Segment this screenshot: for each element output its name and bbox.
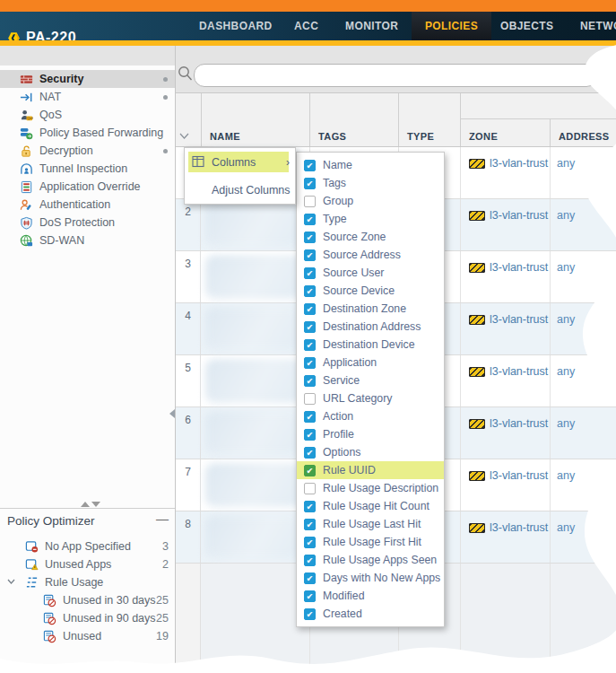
- column-header-type[interactable]: TYPE: [407, 131, 434, 142]
- chevron-down-icon[interactable]: [7, 579, 15, 584]
- column-toggle-item[interactable]: Action: [297, 407, 444, 425]
- checkbox-icon[interactable]: [304, 339, 316, 351]
- checkbox-icon[interactable]: [304, 321, 316, 333]
- column-toggle-item[interactable]: Rule UUID: [297, 461, 444, 479]
- column-toggle-item[interactable]: Created: [297, 605, 444, 623]
- zone-cell[interactable]: l3-vlan-trust: [469, 521, 548, 534]
- column-toggle-item[interactable]: Destination Address: [297, 318, 444, 336]
- column-toggle-item[interactable]: Rule Usage Hit Count: [297, 497, 444, 515]
- checkbox-icon[interactable]: [304, 572, 316, 584]
- checkbox-icon[interactable]: [304, 447, 316, 459]
- po-item-rule-usage[interactable]: Rule Usage: [0, 573, 175, 591]
- po-item-unused[interactable]: Unused 19: [0, 627, 175, 645]
- checkbox-icon[interactable]: [304, 214, 316, 225]
- address-cell[interactable]: any: [557, 365, 575, 378]
- column-toggle-item[interactable]: Rule Usage Apps Seen: [297, 551, 444, 569]
- column-header-tags[interactable]: TAGS: [318, 131, 346, 142]
- search-input[interactable]: [194, 64, 597, 87]
- column-toggle-item[interactable]: Source Address: [297, 246, 444, 264]
- checkbox-icon[interactable]: [304, 393, 316, 405]
- checkbox-icon[interactable]: [304, 519, 316, 530]
- checkbox-icon[interactable]: [304, 232, 316, 243]
- checkbox-icon[interactable]: [304, 483, 316, 494]
- checkbox-icon[interactable]: [304, 590, 316, 602]
- column-menu-chevron-icon[interactable]: [179, 133, 189, 139]
- column-toggle-item[interactable]: Name: [297, 156, 444, 174]
- column-toggle-item[interactable]: Tags: [297, 174, 444, 192]
- checkbox-icon[interactable]: [304, 160, 316, 171]
- panel-splitter[interactable]: [81, 502, 100, 507]
- checkbox-icon[interactable]: [304, 267, 316, 279]
- column-toggle-item[interactable]: Source User: [297, 264, 444, 282]
- column-header-address[interactable]: ADDRESS: [559, 131, 610, 142]
- po-item-no-app-specified[interactable]: No App Specified 3: [0, 538, 175, 555]
- po-item-unused-apps[interactable]: Unused Apps 2: [0, 555, 175, 573]
- address-cell[interactable]: any: [557, 157, 575, 170]
- menu-item-adjust-columns[interactable]: Adjust Columns: [185, 176, 295, 204]
- tab-network[interactable]: NETWORK: [580, 12, 616, 40]
- zone-cell[interactable]: l3-vlan-trust: [469, 261, 548, 274]
- zone-link[interactable]: l3-vlan-trust: [490, 313, 548, 326]
- address-cell[interactable]: any: [557, 469, 575, 482]
- checkbox-icon[interactable]: [304, 357, 316, 369]
- zone-link[interactable]: l3-vlan-trust: [490, 157, 548, 170]
- checkbox-icon[interactable]: [304, 375, 316, 387]
- zone-link[interactable]: l3-vlan-trust: [490, 209, 548, 222]
- checkbox-icon[interactable]: [304, 196, 316, 207]
- column-toggle-item[interactable]: Type: [297, 210, 444, 228]
- column-toggle-item[interactable]: Profile: [297, 425, 444, 443]
- column-toggle-item[interactable]: Rule Usage Description: [297, 479, 444, 497]
- checkbox-icon[interactable]: [304, 303, 316, 315]
- sidebar-item-nat[interactable]: NAT: [0, 88, 175, 106]
- checkbox-icon[interactable]: [304, 465, 316, 476]
- column-header-name[interactable]: NAME: [210, 131, 240, 142]
- tab-objects[interactable]: OBJECTS: [500, 12, 553, 40]
- menu-item-columns[interactable]: Columns ›: [185, 148, 295, 176]
- sidebar-item-tunnel-inspection[interactable]: Tunnel Inspection: [0, 160, 175, 178]
- zone-link[interactable]: l3-vlan-trust: [490, 261, 548, 274]
- checkbox-icon[interactable]: [304, 249, 316, 261]
- checkbox-icon[interactable]: [304, 285, 316, 297]
- zone-link[interactable]: l3-vlan-trust: [490, 521, 548, 534]
- tab-policies[interactable]: POLICIES: [412, 12, 491, 40]
- address-cell[interactable]: any: [557, 261, 575, 274]
- zone-cell[interactable]: l3-vlan-trust: [469, 469, 548, 482]
- column-toggle-item[interactable]: Service: [297, 371, 444, 389]
- po-item-unused-30-days[interactable]: Unused in 30 days 25: [0, 591, 175, 609]
- checkbox-icon[interactable]: [304, 555, 316, 566]
- checkbox-icon[interactable]: [304, 411, 316, 423]
- minimize-panel-button[interactable]: —: [156, 511, 169, 526]
- sidebar-item-policy-based-forwarding[interactable]: Policy Based Forwarding: [0, 124, 175, 142]
- po-item-unused-90-days[interactable]: Unused in 90 days 25: [0, 609, 175, 627]
- column-toggle-item[interactable]: Rule Usage First Hit: [297, 533, 444, 551]
- column-toggle-item[interactable]: Options: [297, 443, 444, 461]
- zone-cell[interactable]: l3-vlan-trust: [469, 313, 548, 326]
- zone-cell[interactable]: l3-vlan-trust: [469, 157, 548, 170]
- column-toggle-item[interactable]: URL Category: [297, 389, 444, 407]
- address-cell[interactable]: any: [557, 417, 575, 430]
- tab-dashboard[interactable]: DASHBOARD: [199, 12, 273, 40]
- address-cell[interactable]: any: [557, 209, 575, 222]
- column-toggle-item[interactable]: Group: [297, 192, 444, 210]
- zone-link[interactable]: l3-vlan-trust: [490, 417, 548, 430]
- column-toggle-item[interactable]: Application: [297, 354, 444, 371]
- column-toggle-item[interactable]: Source Zone: [297, 228, 444, 246]
- checkbox-icon[interactable]: [304, 537, 316, 548]
- sidebar-item-sdwan[interactable]: SD-WAN: [0, 232, 175, 249]
- address-cell[interactable]: any: [557, 521, 575, 534]
- zone-cell[interactable]: l3-vlan-trust: [469, 417, 548, 430]
- tab-monitor[interactable]: MONITOR: [345, 12, 398, 40]
- column-toggle-item[interactable]: Source Device: [297, 282, 444, 300]
- zone-link[interactable]: l3-vlan-trust: [490, 469, 548, 482]
- zone-link[interactable]: l3-vlan-trust: [490, 365, 548, 378]
- sidebar-item-authentication[interactable]: Authentication: [0, 196, 175, 214]
- collapse-sidebar-arrow[interactable]: [169, 409, 175, 418]
- zone-cell[interactable]: l3-vlan-trust: [469, 209, 548, 222]
- column-header-zone[interactable]: ZONE: [469, 131, 498, 142]
- checkbox-icon[interactable]: [304, 429, 316, 441]
- sidebar-item-decryption[interactable]: Decryption: [0, 142, 175, 160]
- tab-acc[interactable]: ACC: [294, 12, 318, 40]
- checkbox-icon[interactable]: [304, 178, 316, 189]
- column-toggle-item[interactable]: Rule Usage Last Hit: [297, 515, 444, 533]
- address-cell[interactable]: any: [557, 313, 575, 326]
